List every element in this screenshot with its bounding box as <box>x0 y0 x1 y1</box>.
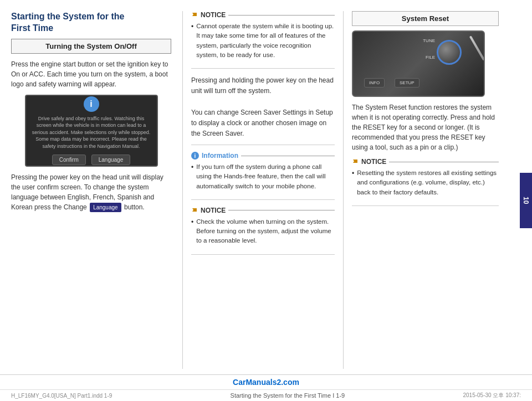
language-btn-inline: Language <box>90 203 121 212</box>
setup-hw-button: SETUP <box>395 78 420 88</box>
info-box: i Information • If you turn off the syst… <box>191 152 335 200</box>
info-icon: i <box>84 96 99 112</box>
right-column: System Reset TUNE FILE INFO SETUP The Sy… <box>344 11 499 369</box>
bullet-char-1: • <box>191 22 193 60</box>
device-image: TUNE FILE INFO SETUP <box>352 30 485 97</box>
info-line <box>241 156 335 156</box>
bullet-char-2: • <box>191 217 193 246</box>
svg-marker-0 <box>192 13 197 16</box>
mid-body-span-2: You can change Screen Saver Settings in … <box>191 109 333 137</box>
section-title: Starting the System for the First Time <box>11 11 171 34</box>
info-text: If you turn off the system during a phon… <box>196 162 335 191</box>
notice-header-1: NOTICE <box>191 11 335 19</box>
notice-header-right: NOTICE <box>352 158 499 166</box>
notice-box-right: NOTICE • Resetting the system restores a… <box>352 158 499 206</box>
notice-text-1: Cannot operate the system while it is bo… <box>196 22 335 60</box>
mid-body-text-1: Pressing and holding the power key on th… <box>191 75 335 145</box>
section-title-line2: First Time <box>11 23 53 33</box>
screen-text: Drive safely and obey traffic rules. Wat… <box>26 115 157 150</box>
body2-l5: press the Change <box>34 203 87 211</box>
notice-bullet-1: • Cannot operate the system while it is … <box>191 22 335 60</box>
footer-bar: H_LF16MY_G4.0[USA_N] Part1.indd 1-9 Star… <box>0 389 532 401</box>
notice-label-right: NOTICE <box>361 158 386 166</box>
notice-label-2: NOTICE <box>201 207 226 214</box>
side-tab: 10 <box>520 173 532 228</box>
section-title-line1: Starting the System for the <box>11 12 124 21</box>
mid-body-span-1: Pressing and holding the power key on th… <box>191 76 334 95</box>
side-tab-number: 10 <box>522 197 530 204</box>
screen-buttons: Confirm Language <box>52 155 131 165</box>
carmanuals-link[interactable]: CarManuals2.com <box>233 378 299 387</box>
notice-line-1 <box>228 15 335 16</box>
notice-flag-icon-right <box>352 158 359 165</box>
bullet-char-right: • <box>352 168 354 197</box>
notice-box-1: NOTICE • Cannot operate the system while… <box>191 11 335 69</box>
left-column: Starting the System for the First Time T… <box>11 11 183 369</box>
left-body-text-1: Press the engine start button or set the… <box>11 59 171 89</box>
notice-line-2 <box>228 210 335 210</box>
body2-l6: button. <box>124 203 145 211</box>
boot-screen-image: i Drive safely and obey traffic rules. W… <box>25 95 158 167</box>
notice-text-2: Check the volume when turning on the sys… <box>196 217 335 246</box>
file-label: FILE <box>426 55 435 60</box>
information-label: Information <box>202 152 238 160</box>
notice-flag-icon-2 <box>191 207 198 214</box>
device-inner: TUNE FILE INFO SETUP <box>353 32 484 96</box>
notice-label-1: NOTICE <box>201 11 226 19</box>
notice-bullet-right: • Resetting the system restores all exis… <box>352 168 499 197</box>
notice-text-right: Resetting the system restores all existi… <box>357 168 499 197</box>
confirm-button: Confirm <box>52 155 86 165</box>
stylus-icon <box>469 35 485 60</box>
system-reset-title: System Reset <box>402 14 449 23</box>
footer-page-title: Starting the System for the First Time I… <box>231 392 345 399</box>
notice-bullet-2: • Check the volume when turning on the s… <box>191 217 335 246</box>
notice-flag-icon-1 <box>191 12 198 18</box>
language-button-screen: Language <box>91 155 131 165</box>
subsection-box: Turning the System On/Off <box>11 39 171 54</box>
svg-marker-1 <box>192 208 197 212</box>
device-knob <box>437 40 462 65</box>
main-content: Starting the System for the First Time T… <box>0 0 532 374</box>
footer-date-info: 2015-05-30 오후 10:37: <box>463 392 521 399</box>
tune-label: TUNE <box>423 38 435 43</box>
subsection-title: Turning the System On/Off <box>45 42 136 50</box>
page-container: Starting the System for the First Time T… <box>0 0 532 401</box>
body2-l1: Pressing the power key on the head unit <box>11 173 130 181</box>
notice-header-2: NOTICE <box>191 207 335 214</box>
system-reset-title-box: System Reset <box>352 11 499 26</box>
notice-line-right <box>389 162 499 162</box>
info-bullet: • If you turn off the system during a ph… <box>191 162 335 191</box>
svg-marker-2 <box>353 160 357 163</box>
info-hw-button: INFO <box>364 78 385 88</box>
info-header: i Information <box>191 152 335 160</box>
left-body-text-2: Pressing the power key on the head unit … <box>11 172 171 212</box>
info-circle-icon: i <box>191 152 199 160</box>
middle-column: NOTICE • Cannot operate the system while… <box>183 11 344 369</box>
bullet-char-info: • <box>191 162 193 191</box>
notice-box-2: NOTICE • Check the volume when turning o… <box>191 207 335 255</box>
right-body-text: The System Reset function restores the s… <box>352 102 499 152</box>
bottom-area: CarManuals2.com <box>0 374 532 389</box>
footer-file-info: H_LF16MY_G4.0[USA_N] Part1.indd 1-9 <box>11 393 112 399</box>
